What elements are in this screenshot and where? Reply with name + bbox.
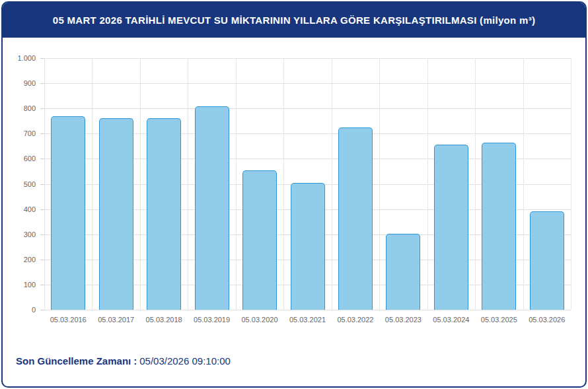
bar-05.03.2023[interactable] [386,234,420,310]
y-axis-label: 600 [3,154,36,163]
x-axis-label: 05.03.2026 [523,315,571,324]
y-axis-label: 100 [3,280,36,289]
bar-05.03.2019[interactable] [195,106,229,310]
y-axis-label: 300 [3,230,36,239]
bar-05.03.2024[interactable] [434,145,468,310]
last-update-label: Son Güncelleme Zamanı [16,355,131,367]
x-axis-label: 05.03.2018 [140,315,188,324]
y-axis-label: 400 [3,205,36,214]
chart-title-bar: 05 MART 2026 TARİHLİ MEVCUT SU MİKTARINI… [3,3,585,38]
x-axis-label: 05.03.2023 [379,315,427,324]
gridline-horizontal [44,58,571,59]
bar-05.03.2017[interactable] [99,118,133,310]
bar-chart: 01002003004005006007008009001.00005.03.2… [3,38,585,338]
gridline-vertical [188,58,188,310]
gridline-vertical [523,58,524,310]
gridline-horizontal [44,310,571,310]
bar-05.03.2022[interactable] [338,127,373,310]
gridline-vertical [44,58,45,310]
bar-05.03.2020[interactable] [242,170,277,310]
plot-area [44,58,571,310]
last-update: Son Güncelleme Zamanı:05/03/2026 09:10:0… [16,355,231,367]
x-axis-label: 05.03.2022 [332,315,379,324]
y-axis-label: 200 [3,255,36,264]
chart-title: 05 MART 2026 TARİHLİ MEVCUT SU MİKTARINI… [53,15,536,26]
y-axis-tick [40,310,44,310]
y-axis-label: 700 [3,129,36,138]
gridline-vertical [332,58,332,310]
gridline-vertical [92,58,92,310]
bar-05.03.2021[interactable] [291,183,325,310]
gridline-horizontal [44,83,571,84]
gridline-vertical [427,58,428,310]
y-axis-label: 900 [3,79,36,88]
y-axis-label: 0 [3,305,36,314]
x-axis-label: 05.03.2019 [188,315,235,324]
gridline-vertical [140,58,141,310]
bar-05.03.2018[interactable] [147,118,181,310]
last-update-value: 05/03/2026 09:10:00 [139,355,231,367]
x-axis-label: 05.03.2024 [427,315,475,324]
x-axis-label: 05.03.2021 [283,315,331,324]
x-axis-label: 05.03.2025 [475,315,523,324]
last-update-separator: : [133,355,137,367]
y-axis-label: 500 [3,180,36,189]
bar-05.03.2025[interactable] [482,143,516,310]
gridline-vertical [379,58,380,310]
chart-card: 05 MART 2026 TARİHLİ MEVCUT SU MİKTARINI… [1,1,587,388]
gridline-vertical [236,58,237,310]
bar-05.03.2026[interactable] [530,211,564,310]
x-axis-label: 05.03.2016 [44,315,92,324]
bar-05.03.2016[interactable] [51,116,85,310]
gridline-vertical [571,58,571,310]
y-axis-label: 1.000 [3,53,36,63]
y-axis-label: 800 [3,104,36,113]
x-axis-label: 05.03.2017 [92,315,139,324]
x-axis-label: 05.03.2020 [236,315,283,324]
gridline-horizontal [44,108,571,109]
gridline-vertical [283,58,284,310]
gridline-vertical [475,58,476,310]
